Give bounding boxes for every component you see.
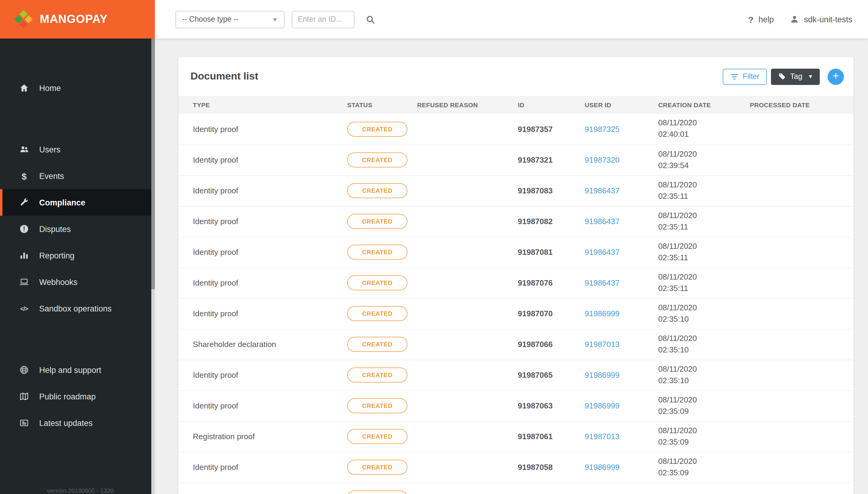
user-id-link[interactable]: 91987013 bbox=[585, 432, 620, 441]
col-header-type: TYPE bbox=[179, 96, 343, 114]
sidebar-item-label: Compliance bbox=[39, 198, 85, 207]
sidebar-scrollbar[interactable] bbox=[151, 39, 155, 289]
col-header-creation-date: CREATION DATE bbox=[653, 96, 745, 114]
document-table-head: TYPE STATUS REFUSED REASON ID USER ID CR… bbox=[179, 96, 853, 114]
document-table: TYPE STATUS REFUSED REASON ID USER ID CR… bbox=[179, 96, 853, 494]
status-badge: CREATED bbox=[347, 306, 407, 321]
main-content: Document list Filter Tag ▼ bbox=[155, 39, 868, 494]
user-id-link[interactable]: 91986437 bbox=[585, 186, 620, 195]
status-badge: CREATED bbox=[347, 275, 407, 290]
user-id-link[interactable]: 91986999 bbox=[585, 309, 620, 318]
sidebar-nav: Home Users $ Events Compliance Disputes … bbox=[0, 75, 155, 436]
col-header-status: STATUS bbox=[343, 96, 412, 114]
cell-refused-reason bbox=[412, 145, 513, 175]
sidebar-item-sandbox-operations[interactable]: </> Sandbox operations bbox=[0, 295, 155, 322]
sidebar-item-compliance[interactable]: Compliance bbox=[0, 189, 155, 216]
cell-type: Identity proof bbox=[179, 145, 343, 175]
table-row[interactable]: Identity proof CREATED 91987058 91986999… bbox=[179, 452, 853, 482]
topbar: MANGOPAY -- Choose type -- ▼ ? help bbox=[0, 0, 868, 39]
table-row[interactable]: Identity proof CREATED 91987076 91986437… bbox=[179, 267, 853, 298]
chevron-down-icon: ▼ bbox=[808, 74, 813, 79]
sidebar-item-events[interactable]: $ Events bbox=[0, 163, 155, 189]
table-row[interactable]: Identity proof CREATED 91987081 91986437… bbox=[179, 237, 853, 267]
table-row[interactable]: Identity proof CREATED 08/11/2020 bbox=[179, 482, 853, 494]
search-button[interactable] bbox=[365, 14, 375, 24]
globe-icon bbox=[18, 365, 30, 375]
cell-creation-date: 08/11/202002:35:09 bbox=[653, 391, 745, 421]
cell-creation-date: 08/11/202002:35:11 bbox=[653, 175, 745, 206]
card-header: Document list Filter Tag ▼ bbox=[179, 57, 853, 96]
cell-type: Identity proof bbox=[179, 237, 343, 267]
cell-type: Identity proof bbox=[179, 360, 343, 391]
cell-processed-date bbox=[745, 206, 853, 237]
cell-processed-date bbox=[745, 237, 853, 267]
table-row[interactable]: Identity proof CREATED 91987065 91986999… bbox=[179, 360, 853, 391]
cell-creation-date: 08/11/2020 bbox=[653, 482, 745, 494]
sidebar-item-users[interactable]: Users bbox=[0, 136, 155, 163]
cell-creation-date: 08/11/202002:35:10 bbox=[653, 329, 745, 360]
user-id-link[interactable]: 91986437 bbox=[585, 278, 620, 287]
help-link[interactable]: ? help bbox=[748, 14, 774, 24]
table-row[interactable]: Identity proof CREATED 91987070 91986999… bbox=[179, 298, 853, 329]
cell-type: Identity proof bbox=[179, 267, 343, 298]
table-row[interactable]: Identity proof CREATED 91987082 91986437… bbox=[179, 206, 853, 237]
table-row[interactable]: Shareholder declaration CREATED 91987066… bbox=[179, 329, 853, 360]
cell-processed-date bbox=[745, 175, 853, 206]
user-menu[interactable]: sdk-unit-tests bbox=[789, 15, 852, 24]
question-mark-icon: ? bbox=[748, 14, 754, 24]
username-label: sdk-unit-tests bbox=[804, 15, 852, 24]
user-id-link[interactable]: 91986999 bbox=[585, 401, 620, 410]
cell-refused-reason bbox=[412, 206, 513, 237]
cell-id bbox=[513, 482, 580, 494]
cell-type: Identity proof bbox=[179, 175, 343, 206]
filter-icon bbox=[730, 72, 739, 81]
status-badge: CREATED bbox=[347, 245, 407, 260]
cell-processed-date bbox=[745, 114, 853, 145]
user-id-link[interactable]: 91987013 bbox=[585, 340, 620, 349]
user-id-link[interactable]: 91986437 bbox=[585, 217, 620, 226]
version-label: version 20190605 - 1320 bbox=[47, 487, 114, 494]
type-select[interactable]: -- Choose type -- ▼ bbox=[176, 11, 284, 28]
table-row[interactable]: Registration proof CREATED 91987061 9198… bbox=[179, 421, 853, 452]
cell-id: 91987063 bbox=[513, 391, 580, 421]
sidebar-item-latest-updates[interactable]: Latest updates bbox=[0, 410, 155, 436]
sidebar-item-webhooks[interactable]: Webhooks bbox=[0, 269, 155, 295]
filter-button[interactable]: Filter bbox=[723, 69, 767, 84]
help-label: help bbox=[758, 15, 774, 24]
cell-creation-date: 08/11/202002:35:09 bbox=[653, 421, 745, 452]
cell-creation-date: 08/11/202002:35:11 bbox=[653, 237, 745, 267]
cell-type: Identity proof bbox=[179, 452, 343, 482]
cell-creation-date: 08/11/202002:39:54 bbox=[653, 145, 745, 175]
user-id-link[interactable]: 91986999 bbox=[585, 463, 620, 472]
user-id-link[interactable]: 91986999 bbox=[585, 370, 620, 380]
sidebar-item-reporting[interactable]: Reporting bbox=[0, 242, 155, 269]
table-row[interactable]: Identity proof CREATED 91987063 91986999… bbox=[179, 391, 853, 421]
brand-logo[interactable]: MANGOPAY bbox=[0, 0, 155, 39]
user-id-link[interactable]: 91987320 bbox=[585, 155, 620, 165]
tag-button[interactable]: Tag ▼ bbox=[771, 69, 820, 84]
sidebar-item-disputes[interactable]: Disputes bbox=[0, 216, 155, 242]
sidebar-item-help-and-support[interactable]: Help and support bbox=[0, 357, 155, 383]
cell-refused-reason bbox=[412, 267, 513, 298]
sidebar-group: Home bbox=[0, 75, 155, 101]
sidebar-item-label: Reporting bbox=[39, 251, 74, 260]
user-id-link[interactable]: 91987325 bbox=[585, 125, 620, 134]
cell-processed-date bbox=[745, 360, 853, 391]
user-id-link[interactable]: 91986437 bbox=[585, 248, 620, 256]
user-icon bbox=[789, 15, 799, 24]
id-search-input[interactable] bbox=[292, 11, 354, 28]
sidebar-group: Help and support Public roadmap Latest u… bbox=[0, 357, 155, 436]
table-row[interactable]: Identity proof CREATED 91987321 91987320… bbox=[179, 145, 853, 175]
table-row[interactable]: Identity proof CREATED 91987357 91987325… bbox=[179, 114, 853, 145]
sidebar-item-label: Disputes bbox=[39, 224, 71, 233]
cell-refused-reason bbox=[412, 114, 513, 145]
add-document-button[interactable]: + bbox=[828, 69, 844, 84]
filter-label: Filter bbox=[743, 72, 759, 81]
sidebar-item-public-roadmap[interactable]: Public roadmap bbox=[0, 383, 155, 410]
table-row[interactable]: Identity proof CREATED 91987083 91986437… bbox=[179, 175, 853, 206]
cell-refused-reason bbox=[412, 298, 513, 329]
cell-creation-date: 08/11/202002:35:10 bbox=[653, 298, 745, 329]
status-badge: CREATED bbox=[347, 152, 407, 168]
cell-type: Identity proof bbox=[179, 206, 343, 237]
sidebar-item-home[interactable]: Home bbox=[0, 75, 155, 101]
